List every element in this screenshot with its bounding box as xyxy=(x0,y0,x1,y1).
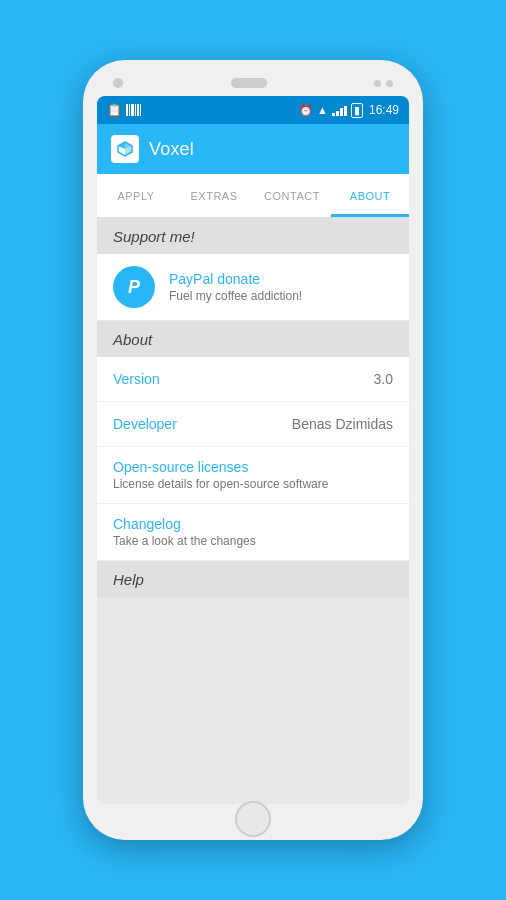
phone-top-bar xyxy=(97,74,409,96)
phone-device: 📋 ⏰ ▲ xyxy=(83,60,423,840)
open-source-subtitle: License details for open-source software xyxy=(113,477,393,491)
wifi-icon: ▲ xyxy=(317,104,328,116)
signal-bar-2 xyxy=(336,111,339,116)
support-section-header: Support me! xyxy=(97,218,409,254)
about-header-text: About xyxy=(113,331,152,348)
tab-bar: APPLY EXTRAS CONTACT ABOUT xyxy=(97,174,409,218)
alarm-icon: ⏰ xyxy=(299,104,313,117)
signal-bars xyxy=(332,104,347,116)
voxel-icon xyxy=(116,140,134,158)
signal-bar-4 xyxy=(344,106,347,116)
home-button[interactable] xyxy=(235,801,271,837)
signal-bar-3 xyxy=(340,108,343,116)
about-section-header: About xyxy=(97,321,409,357)
app-bar: Voxel xyxy=(97,124,409,174)
help-section-header: Help xyxy=(97,561,409,597)
signal-bar-1 xyxy=(332,113,335,116)
status-right-icons: ⏰ ▲ ▮ 16:49 xyxy=(299,103,399,118)
sensor-dot-2 xyxy=(386,80,393,87)
front-camera xyxy=(113,78,123,88)
sensor-dot-1 xyxy=(374,80,381,87)
paypal-text: PayPal donate Fuel my coffee addiction! xyxy=(169,271,302,303)
paypal-subtitle: Fuel my coffee addiction! xyxy=(169,289,302,303)
tab-about[interactable]: ABOUT xyxy=(331,174,409,217)
support-header-text: Support me! xyxy=(113,228,195,245)
phone-speaker xyxy=(231,78,267,88)
tab-apply[interactable]: APPLY xyxy=(97,174,175,217)
status-bar: 📋 ⏰ ▲ xyxy=(97,96,409,124)
status-left-icons: 📋 xyxy=(107,103,141,117)
paypal-icon: P xyxy=(113,266,155,308)
developer-value: Benas Dzimidas xyxy=(292,416,393,432)
changelog-title: Changelog xyxy=(113,516,393,532)
clipboard-icon: 📋 xyxy=(107,103,122,117)
battery-icon: ▮ xyxy=(351,103,363,118)
app-logo xyxy=(111,135,139,163)
status-time: 16:49 xyxy=(369,103,399,117)
changelog-row[interactable]: Changelog Take a look at the changes xyxy=(97,504,409,561)
tab-contact[interactable]: CONTACT xyxy=(253,174,331,217)
paypal-row[interactable]: P PayPal donate Fuel my coffee addiction… xyxy=(97,254,409,321)
version-label: Version xyxy=(113,371,160,387)
phone-bottom-bar xyxy=(97,812,409,826)
app-title: Voxel xyxy=(149,139,194,160)
content-area: Support me! P PayPal donate Fuel my coff… xyxy=(97,218,409,804)
phone-screen: 📋 ⏰ ▲ xyxy=(97,96,409,804)
developer-row[interactable]: Developer Benas Dzimidas xyxy=(97,402,409,447)
developer-label: Developer xyxy=(113,416,177,432)
version-row[interactable]: Version 3.0 xyxy=(97,357,409,402)
paypal-title: PayPal donate xyxy=(169,271,302,287)
tab-extras[interactable]: EXTRAS xyxy=(175,174,253,217)
phone-sensors xyxy=(374,80,393,87)
help-header-text: Help xyxy=(113,571,144,588)
barcode-icon xyxy=(126,104,141,116)
open-source-title: Open-source licenses xyxy=(113,459,393,475)
version-value: 3.0 xyxy=(374,371,393,387)
changelog-subtitle: Take a look at the changes xyxy=(113,534,393,548)
open-source-row[interactable]: Open-source licenses License details for… xyxy=(97,447,409,504)
svg-marker-2 xyxy=(118,142,125,149)
